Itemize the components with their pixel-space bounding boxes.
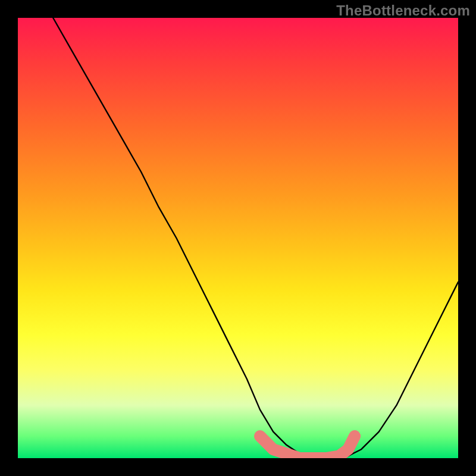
bottleneck-curve bbox=[53, 18, 458, 458]
chart-frame: TheBottleneck.com bbox=[0, 0, 476, 476]
plot-area bbox=[18, 18, 458, 458]
curve-overlay bbox=[18, 18, 458, 458]
optimal-range-marker bbox=[260, 436, 355, 458]
watermark-text: TheBottleneck.com bbox=[336, 2, 470, 19]
